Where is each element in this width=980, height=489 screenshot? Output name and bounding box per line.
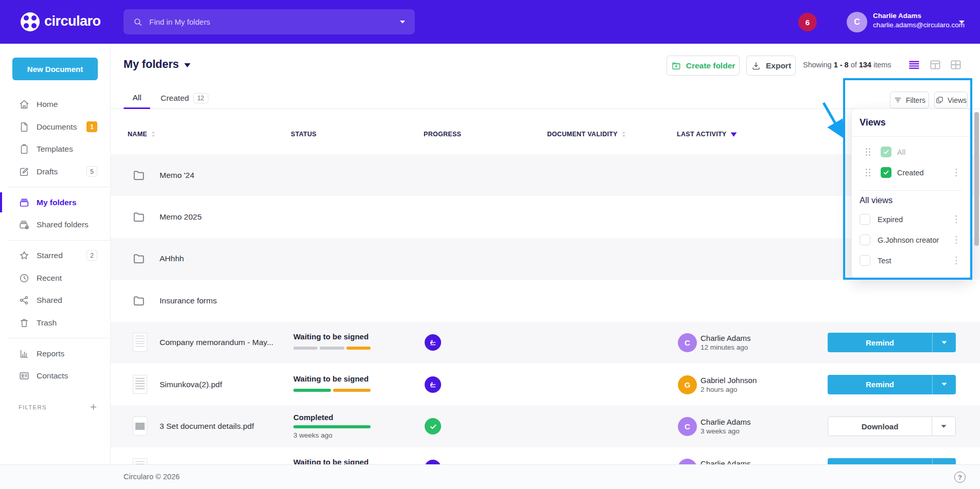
table-row[interactable]: AHhhh	[111, 238, 980, 280]
sidebar-item-home[interactable]: Home	[0, 93, 110, 116]
title-caret-icon[interactable]	[184, 63, 190, 67]
progress-segment	[320, 347, 344, 350]
kebab-menu-icon[interactable]	[955, 236, 957, 244]
tab-created[interactable]: Created 12	[161, 93, 208, 103]
kebab-menu-icon[interactable]	[955, 215, 957, 224]
sidebar-item-starred[interactable]: Starred2	[0, 244, 110, 267]
kebab-menu-icon[interactable]	[955, 168, 957, 177]
filters-label: FILTERS	[19, 404, 47, 410]
view-checkbox-test[interactable]	[860, 255, 870, 266]
table-row[interactable]: Simunkova(2).pdfWaiting to be signedGGab…	[111, 364, 980, 405]
sidebar-item-my-folders[interactable]: My folders	[0, 191, 110, 214]
new-document-button[interactable]: New Document	[12, 58, 98, 80]
sidebar-count-badge: 2	[86, 250, 97, 261]
row-name: AHhhh	[160, 254, 184, 263]
sidebar-item-shared-folders[interactable]: Shared folders	[0, 213, 110, 236]
main-content: My folders Create folder Export Showing …	[111, 44, 980, 464]
row-name: 3 Set document details.pdf	[160, 422, 254, 431]
notification-badge[interactable]: 6	[798, 13, 817, 31]
action-dropdown-caret-icon[interactable]	[932, 417, 955, 436]
view-label: G.Johnson creator	[878, 236, 939, 244]
table-view-toggle-icon[interactable]	[929, 58, 942, 71]
row-name: Memo '24	[160, 171, 195, 180]
action-dropdown-caret-icon[interactable]	[932, 375, 956, 394]
sidebar-item-label: Shared	[37, 296, 62, 305]
help-icon[interactable]: ?	[954, 472, 966, 483]
sort-neutral-icon[interactable]	[621, 131, 626, 138]
action-dropdown-caret-icon[interactable]	[932, 458, 956, 464]
image-thumbnail-icon	[133, 416, 147, 436]
column-header-last-activity[interactable]: LAST ACTIVITY	[677, 129, 737, 139]
sort-desc-icon[interactable]	[730, 132, 737, 137]
download-button[interactable]: Download	[828, 416, 956, 436]
sidebar-item-label: Reports	[37, 349, 64, 358]
document-thumbnail-icon	[133, 458, 147, 464]
search-input[interactable]	[149, 17, 399, 26]
view-label: Created	[897, 169, 924, 177]
kebab-menu-icon[interactable]	[955, 256, 957, 265]
view-checkbox-all[interactable]	[881, 147, 891, 157]
drag-handle-icon[interactable]	[865, 148, 871, 156]
user-menu-caret-icon[interactable]	[958, 20, 965, 25]
remind-button[interactable]: Remind	[828, 333, 956, 352]
action-button-label: Download	[828, 417, 932, 436]
drag-handle-icon[interactable]	[865, 168, 871, 177]
table-body: Memo '24Memo 2025AHhhhInsurance formsCom…	[111, 154, 980, 464]
action-dropdown-caret-icon[interactable]	[932, 333, 956, 352]
sidebar-item-shared[interactable]: Shared	[0, 289, 110, 312]
filters-button[interactable]: Filters	[890, 92, 929, 108]
actor-name: Charlie Adams	[701, 418, 751, 426]
tab-all-label: All	[132, 93, 141, 102]
user-avatar[interactable]: C	[847, 12, 867, 32]
folder-icon	[132, 294, 146, 307]
column-header-status[interactable]: STATUS	[291, 129, 317, 139]
actor-avatar: C	[678, 333, 697, 352]
page-title: My folders	[124, 58, 190, 71]
grid-view-toggle-icon[interactable]	[949, 58, 962, 71]
sidebar-item-templates[interactable]: Templates	[0, 138, 110, 160]
all-view-row-test: Test	[852, 251, 970, 270]
sidebar-item-label: Contacts	[37, 371, 68, 381]
progress-segment	[333, 389, 371, 392]
views-button-label: Views	[948, 96, 967, 104]
sort-neutral-icon[interactable]	[151, 131, 156, 138]
filters-button-label: Filters	[906, 96, 925, 104]
contact-card-icon	[19, 370, 30, 382]
export-button[interactable]: Export	[746, 56, 796, 76]
view-checkbox-expired[interactable]	[860, 214, 870, 225]
sidebar-item-recent[interactable]: Recent	[0, 267, 110, 289]
page-scrollbar-thumb[interactable]	[974, 112, 979, 246]
list-view-toggle-icon[interactable]	[907, 58, 921, 71]
table-row[interactable]: Memo 2025	[111, 196, 980, 238]
sidebar-item-label: Drafts	[37, 167, 58, 176]
sidebar-item-label: Templates	[37, 144, 73, 154]
table-row[interactable]: Insurance forms	[111, 280, 980, 321]
sidebar-count-badge: 5	[86, 166, 97, 177]
document-thumbnail-icon	[133, 333, 147, 352]
sidebar-item-documents[interactable]: Documents1	[0, 116, 110, 138]
tab-all[interactable]: All	[124, 93, 150, 102]
add-filter-icon[interactable]	[89, 403, 98, 411]
sidebar-item-reports[interactable]: Reports	[0, 342, 110, 365]
column-header-progress[interactable]: PROGRESS	[424, 129, 461, 139]
column-header-document-validity[interactable]: DOCUMENT VALIDITY	[547, 129, 626, 139]
remind-button[interactable]: Remind	[828, 375, 956, 394]
sidebar-item-label: Trash	[37, 318, 57, 328]
view-checkbox-g-johnson-creator[interactable]	[860, 234, 870, 245]
create-folder-button[interactable]: Create folder	[667, 56, 740, 76]
sidebar-item-drafts[interactable]: Drafts5	[0, 160, 110, 183]
table-row[interactable]: Waiting to be signedCCharlie AdamsRemind	[111, 447, 980, 464]
view-checkbox-created[interactable]	[881, 167, 891, 178]
remind-button[interactable]: Remind	[828, 458, 956, 464]
table-row[interactable]: 3 Set document details.pdfCompleted3 wee…	[111, 405, 980, 447]
user-info[interactable]: Charlie Adams charlie.adams@circularo.co…	[873, 11, 965, 30]
table-row[interactable]: Company memorandum - May...Waiting to be…	[111, 322, 980, 364]
sidebar-item-trash[interactable]: Trash	[0, 312, 110, 334]
table-row[interactable]: Memo '24	[111, 154, 980, 196]
views-button[interactable]: Views	[934, 92, 968, 108]
actor-avatar: C	[678, 417, 697, 436]
search-scope-caret-icon[interactable]	[399, 20, 406, 24]
column-header-name[interactable]: NAME	[128, 129, 156, 139]
sidebar-item-contacts[interactable]: Contacts	[0, 365, 110, 388]
global-search[interactable]	[124, 9, 415, 34]
